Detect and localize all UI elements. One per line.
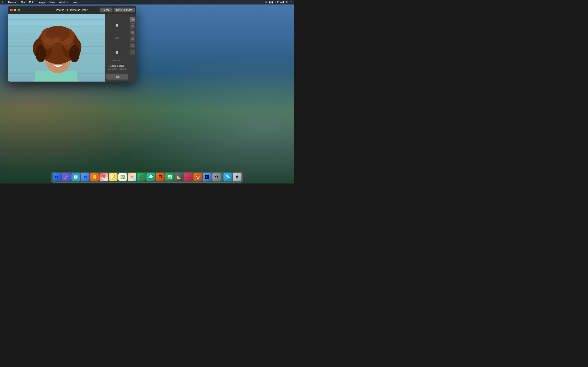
apple-menu[interactable]:  <box>2 0 4 4</box>
mail-icon: ✉ <box>84 175 86 179</box>
cancel-button[interactable]: Cancel <box>100 8 112 12</box>
search-icon[interactable]: 🔍 <box>285 1 288 4</box>
messages-icon: 💬 <box>149 175 153 179</box>
svg-point-29 <box>132 25 134 27</box>
menubar:  Photos File Edit Image View Window Hel… <box>0 0 294 4</box>
menubar-left:  Photos File Edit Image View Window Hel… <box>2 0 79 4</box>
dock-mail[interactable]: ✉ <box>81 173 89 181</box>
photo-canvas[interactable] <box>8 14 105 82</box>
titlebar: Photos – Pixelmator Distort Cancel Save … <box>8 6 136 14</box>
svg-point-30 <box>132 25 133 27</box>
dock-keynote[interactable]: 🎞 <box>156 173 164 181</box>
dock-calendar[interactable]: 📅 <box>100 173 108 181</box>
photo-background <box>8 14 105 82</box>
photos-icon: 🌸 <box>130 175 134 179</box>
dock-airdrop[interactable]: 📡 <box>224 173 232 181</box>
dock: 🗂 🚀 🧭 ✉ 📒 📅 📝 ✅ 🌸 📹 💬 <box>51 172 243 183</box>
dock-appstore[interactable]: 🅰 <box>203 173 212 181</box>
slider-container: Size Strength <box>106 17 128 62</box>
tool-distort-active-button[interactable] <box>130 17 135 22</box>
tool-bump-button[interactable] <box>130 36 135 42</box>
app-window: Photos – Pixelmator Distort Cancel Save … <box>8 6 136 82</box>
controls-icon[interactable]: ☰ <box>290 1 292 4</box>
dock-photos[interactable]: 🌸 <box>128 173 136 181</box>
svg-point-39 <box>132 45 133 46</box>
finder-icon: 🗂 <box>55 175 59 179</box>
dock-music[interactable]: 🎵 <box>184 173 193 181</box>
numbers-icon: 📊 <box>167 175 172 179</box>
trash-icon: 🗑 <box>235 175 239 179</box>
menubar-right: ⌘ ▮▮▮ 9:41 AM 🔍 ☰ <box>265 1 292 4</box>
menu-help[interactable]: Help <box>72 0 79 4</box>
size-slider-thumb[interactable] <box>116 24 118 27</box>
dock-launchpad[interactable]: 🚀 <box>62 173 71 181</box>
window-content: Size Strength Click & drag <box>8 14 136 82</box>
sliders-area: Size Strength Click & drag <box>105 14 129 82</box>
svg-point-28 <box>52 37 61 42</box>
dock-books[interactable]: 📚 <box>194 173 202 181</box>
desktop:  Photos File Edit Image View Window Hel… <box>0 0 294 184</box>
menu-image[interactable]: Image <box>37 0 46 4</box>
strength-slider-group: Strength <box>113 40 121 62</box>
dock-trash[interactable]: 🗑 <box>233 173 242 181</box>
freeform-icon: 📐 <box>177 175 181 179</box>
size-slider-group: Size <box>115 17 119 39</box>
maximize-button[interactable] <box>17 9 20 11</box>
reset-button[interactable]: Reset <box>106 74 128 80</box>
menu-photos[interactable]: Photos <box>7 0 17 4</box>
svg-point-37 <box>132 39 133 39</box>
close-button[interactable] <box>10 9 13 11</box>
dock-separator <box>222 173 222 181</box>
titlebar-actions: Cancel Save Changes <box>100 8 135 12</box>
dock-contacts[interactable]: 📒 <box>90 173 99 181</box>
wifi-icon: ⌘ <box>265 1 267 4</box>
bump-icon <box>131 38 134 41</box>
dock-notes[interactable]: 📝 <box>109 173 118 181</box>
strength-slider-track[interactable] <box>117 40 117 58</box>
tool-pinch-button[interactable] <box>130 30 135 35</box>
minimize-button[interactable] <box>14 9 16 11</box>
window-controls <box>8 9 20 11</box>
battery-icon: ▮▮▮ <box>269 1 273 4</box>
notes-icon: 📝 <box>111 175 116 179</box>
dock-numbers[interactable]: 📊 <box>165 173 174 181</box>
twirl-icon <box>131 25 134 28</box>
save-changes-button[interactable]: Save Changes <box>114 8 135 12</box>
photo-area[interactable] <box>8 14 105 82</box>
tool-circle-button[interactable] <box>130 50 135 55</box>
menu-edit[interactable]: Edit <box>28 0 34 4</box>
circle-icon <box>131 50 134 54</box>
svg-point-31 <box>132 26 133 26</box>
tools-area <box>129 14 136 82</box>
reminders-icon: ✅ <box>121 175 125 179</box>
dock-finder[interactable]: 🗂 <box>53 173 61 181</box>
launchpad-icon: 🚀 <box>64 175 69 179</box>
dock-facetime[interactable]: 📹 <box>137 173 146 181</box>
svg-point-38 <box>132 45 134 47</box>
dock-settings[interactable]: ⚙ <box>212 173 221 181</box>
svg-point-36 <box>132 39 133 40</box>
calendar-icon: 📅 <box>102 175 106 179</box>
tool-restore-button[interactable] <box>130 43 135 48</box>
svg-point-35 <box>132 38 134 40</box>
menu-file[interactable]: File <box>20 0 26 4</box>
dock-messages[interactable]: 💬 <box>147 173 155 181</box>
dock-freeform[interactable]: 📐 <box>175 173 183 181</box>
facetime-icon: 📹 <box>139 175 144 179</box>
spiral-active-icon <box>131 18 134 21</box>
settings-icon: ⚙ <box>215 175 218 179</box>
dock-reminders[interactable]: ✅ <box>118 173 127 181</box>
svg-point-32 <box>132 32 134 34</box>
size-label: Size <box>115 37 119 39</box>
dock-safari[interactable]: 🧭 <box>71 173 80 181</box>
click-drag-section: Click & drag over areas to distort. <box>107 62 127 73</box>
size-slider-track[interactable] <box>117 17 117 36</box>
keynote-icon: 🎞 <box>159 175 162 179</box>
contacts-icon: 📒 <box>92 175 97 179</box>
appstore-icon: 🅰 <box>205 175 209 179</box>
menu-window[interactable]: Window <box>58 0 69 4</box>
menu-view[interactable]: View <box>48 0 56 4</box>
portrait-svg <box>8 14 105 82</box>
tool-twirl-button[interactable] <box>130 24 135 29</box>
strength-slider-thumb[interactable] <box>116 51 118 54</box>
